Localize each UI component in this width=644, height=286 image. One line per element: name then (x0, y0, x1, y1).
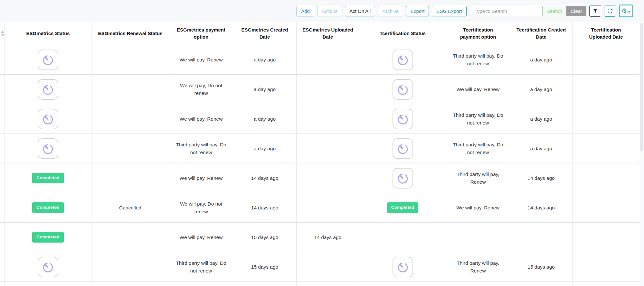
cell-esg_payment: Third party will pay, Do not renew (169, 252, 233, 282)
cell-esg_payment: We will pay, Renew (169, 45, 233, 75)
table-row: We will pay, Do not renewa day ago We wi… (0, 75, 640, 104)
cell-esg_uploaded (297, 282, 359, 286)
cell-esg_payment (169, 282, 233, 286)
cell-tcert_payment: We will pay, Renew (446, 193, 510, 223)
status-pending-box (38, 257, 58, 277)
cell-esg_status (5, 282, 91, 286)
timer-icon (41, 112, 55, 126)
cell-tcert_created: a day ago (510, 134, 573, 163)
archive-button[interactable]: Archive (378, 6, 403, 16)
refresh-button[interactable] (604, 5, 616, 17)
cell-esg_status: Completed (5, 163, 91, 193)
cell-esg_status (5, 45, 91, 75)
completed-badge: Completed (387, 202, 419, 213)
cell-esg_renewal: Cancelled (91, 193, 169, 223)
cell-tcert_payment: Third party will pay, Renew (446, 252, 510, 282)
cell-esg_status (5, 104, 91, 134)
cell-tcert_payment: Third party will pay, Do not renew (446, 104, 510, 134)
completed-badge: Completed (32, 173, 64, 183)
timer-icon (41, 53, 55, 67)
cell-esg_payment: We will pay, Renew (169, 104, 233, 134)
cell-esg_created: a day ago (233, 134, 297, 163)
cell-esg_uploaded (297, 104, 359, 134)
cell-esg_created: 14 days ago (233, 193, 297, 223)
cell-tcert_status (359, 252, 446, 282)
cell-esg_created: 15 days ago (233, 223, 297, 252)
cell-sort (0, 223, 5, 252)
toolbar: Add Actions Act On All Archive Export ES… (0, 0, 644, 22)
cell-esg_renewal (91, 163, 169, 193)
app-screen: Add Actions Act On All Archive Export ES… (0, 0, 644, 286)
search-button[interactable]: Search (542, 6, 567, 16)
esg-export-button[interactable]: ESG Export (432, 6, 466, 16)
table-row (0, 282, 640, 286)
vertical-scrollbar[interactable] (639, 22, 644, 286)
cell-esg_renewal (91, 75, 169, 104)
completed-badge: Completed (32, 202, 64, 213)
settings-button[interactable]: ⚙⚙ (619, 5, 633, 17)
clear-button[interactable]: Clear (566, 6, 586, 16)
search-input[interactable] (471, 6, 542, 16)
cell-esg_payment: We will pay, Renew (169, 223, 233, 252)
gears-icon: ⚙⚙ (622, 7, 630, 15)
sort-asc-icon (1, 31, 4, 33)
col-header-esg_renewal: ESGmetrics Renewal Status (91, 22, 169, 45)
cell-tcert_created: a day ago (510, 75, 573, 104)
col-header-tcert_status: Tcertification Status (359, 22, 446, 45)
cell-tcert_payment: Third party will pay, Do not renew (446, 45, 510, 75)
filter-button[interactable] (589, 5, 601, 17)
col-header-esg_status: ESGmetrics Status (5, 22, 91, 45)
cell-esg_created: 15 days ago (233, 252, 297, 282)
cell-esg_uploaded: 14 days ago (297, 223, 359, 252)
cell-tcert_uploaded (573, 75, 640, 104)
table-row: Third party will pay, Do not renew15 day… (0, 252, 640, 282)
timer-icon (396, 260, 410, 274)
cell-esg_renewal (91, 223, 169, 252)
timer-icon (396, 171, 410, 185)
col-header-tcert_uploaded: Tcertification Uploaded Date (573, 22, 640, 45)
cell-tcert_uploaded (573, 193, 640, 223)
cell-esg_payment: Third party will pay, Do not renew (169, 134, 233, 163)
cell-esg_renewal (91, 134, 169, 163)
timer-icon (41, 260, 55, 274)
timer-icon (396, 82, 410, 97)
cell-sort (0, 252, 5, 282)
cell-tcert_payment: We will pay, Renew (446, 75, 510, 104)
act-on-all-button[interactable]: Act On All (345, 6, 375, 16)
cell-sort (0, 193, 5, 223)
cell-esg_uploaded (297, 252, 359, 282)
cell-esg_uploaded (297, 163, 359, 193)
refresh-icon (607, 8, 613, 14)
timer-icon (396, 142, 410, 156)
completed-badge: Completed (32, 232, 64, 242)
cell-esg_status (5, 134, 91, 163)
scrollbar-thumb[interactable] (640, 23, 643, 152)
add-button[interactable]: Add (297, 6, 314, 16)
cell-tcert_created: 14 days ago (510, 193, 573, 223)
cell-tcert_uploaded (573, 252, 640, 282)
cell-tcert_status: Completed (359, 193, 446, 223)
col-header-esg_uploaded: ESGmetrics Uploaded Date (297, 22, 359, 45)
actions-button[interactable]: Actions (317, 6, 342, 16)
cell-tcert_created: a day ago (510, 45, 573, 75)
export-button[interactable]: Export (406, 6, 429, 16)
table-row: CompletedCancelledWe will pay, Do not re… (0, 193, 640, 223)
table-header-row: ESGmetrics StatusESGmetrics Renewal Stat… (0, 22, 640, 45)
cell-esg_uploaded (297, 75, 359, 104)
cell-tcert_uploaded (573, 163, 640, 193)
table-row: We will pay, Renewa day ago Third party … (0, 45, 640, 75)
cell-tcert_uploaded (573, 45, 640, 75)
cell-esg_status: Completed (5, 223, 91, 252)
cell-tcert_status (359, 45, 446, 75)
col-header-sort[interactable] (0, 22, 5, 45)
timer-icon (41, 142, 55, 156)
cell-esg_payment: We will pay, Do not renew (169, 75, 233, 104)
table-row: CompletedWe will pay, Renew14 days ago T… (0, 163, 640, 193)
cell-tcert_status (359, 163, 446, 193)
status-pending-box (393, 50, 413, 70)
cell-tcert_created (510, 282, 573, 286)
cell-esg_created: a day ago (233, 104, 297, 134)
cell-tcert_created: 15 days ago (510, 252, 573, 282)
cell-sort (0, 45, 5, 75)
cell-tcert_payment (446, 223, 510, 252)
